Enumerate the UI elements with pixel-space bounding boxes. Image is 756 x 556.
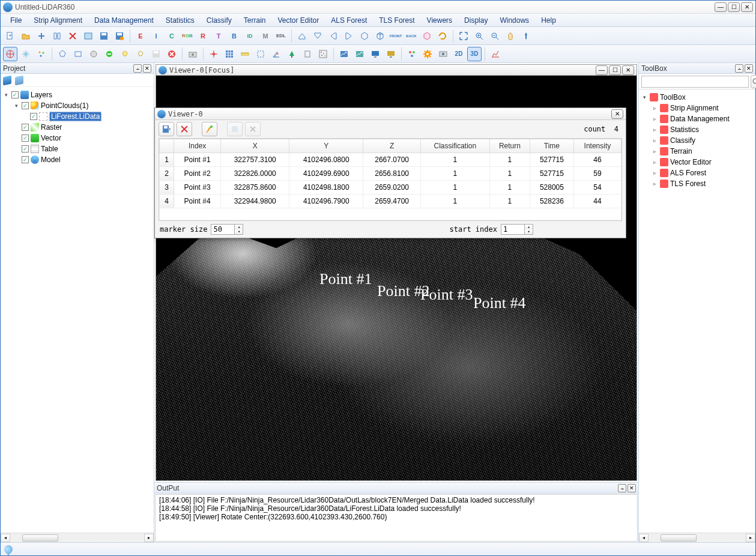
- menu-statistics[interactable]: Statistics: [160, 14, 201, 26]
- table-row[interactable]: 1Point #1322757.31004102496.08002667.070…: [160, 153, 621, 167]
- clear-button[interactable]: [81, 29, 95, 43]
- delete-button[interactable]: [65, 29, 80, 43]
- menu-windows[interactable]: Windows: [494, 14, 535, 26]
- viewer-close-button[interactable]: ✕: [622, 65, 634, 75]
- display-r-button[interactable]: R: [196, 29, 210, 43]
- col-return[interactable]: Return: [489, 139, 530, 153]
- toolbox-item[interactable]: ▹ALS Forest: [641, 168, 753, 178]
- project-hscroll[interactable]: ◂▸: [1, 533, 154, 542]
- display-c-button[interactable]: C: [165, 29, 179, 43]
- menu-classify[interactable]: Classify: [201, 14, 238, 26]
- snowflake-tool-button[interactable]: [19, 47, 33, 61]
- menu-tls-forest[interactable]: TLS Forest: [373, 14, 420, 26]
- menu-file[interactable]: File: [4, 14, 28, 26]
- density-button[interactable]: [316, 47, 330, 61]
- profile-button[interactable]: [337, 47, 351, 61]
- toolbox-close-button[interactable]: ✕: [745, 64, 753, 73]
- dialog-save-button[interactable]: [159, 122, 174, 136]
- output-pin-button[interactable]: ⫠: [618, 484, 626, 492]
- menu-als-forest[interactable]: ALS Forest: [325, 14, 373, 26]
- project-close-button[interactable]: ✕: [143, 64, 151, 73]
- col-x[interactable]: X: [221, 139, 289, 153]
- display-i-button[interactable]: I: [149, 29, 163, 43]
- subtract-tool-button[interactable]: [102, 47, 116, 61]
- area-button[interactable]: [253, 47, 268, 61]
- col-intensity[interactable]: Intensity: [573, 139, 621, 153]
- col-classification[interactable]: Classification: [420, 139, 489, 153]
- fit-extents-button[interactable]: [456, 29, 471, 43]
- dialog-pick-button[interactable]: [202, 122, 217, 136]
- zoom-out-button[interactable]: [488, 29, 502, 43]
- toolbox-item[interactable]: ▹Classify: [641, 135, 753, 146]
- start-index-spinner[interactable]: ▴▾: [501, 224, 533, 235]
- toolbox-item[interactable]: ▹Terrain: [641, 146, 753, 157]
- toolbox-item[interactable]: ▹Data Management: [641, 113, 753, 124]
- view-bottom-button[interactable]: [310, 29, 325, 43]
- tree-pointclouds[interactable]: ▾✓PointClouds(1): [3, 100, 151, 111]
- col-y[interactable]: Y: [289, 139, 363, 153]
- menu-data-management[interactable]: Data Management: [88, 14, 160, 26]
- layer-stack2-icon[interactable]: [15, 75, 23, 85]
- col-index[interactable]: Index: [174, 139, 221, 153]
- display-e-button[interactable]: E: [133, 29, 148, 43]
- toolbox-search-input[interactable]: [641, 76, 749, 88]
- table-row[interactable]: 2Point #2322826.00004102499.69002656.810…: [160, 167, 621, 181]
- menu-vector-editor[interactable]: Vector Editor: [272, 14, 325, 26]
- display-id-button[interactable]: ID: [243, 29, 257, 43]
- save-cut-button[interactable]: [149, 47, 163, 61]
- view-reset-button[interactable]: [420, 29, 434, 43]
- display-b-button[interactable]: B: [227, 29, 241, 43]
- display-edl-button[interactable]: EDL: [274, 29, 288, 43]
- minimize-button[interactable]: —: [715, 2, 727, 12]
- ruler-button[interactable]: [238, 47, 252, 61]
- menu-viewers[interactable]: Viewers: [421, 14, 458, 26]
- view-top-button[interactable]: [295, 29, 309, 43]
- output-log[interactable]: [18:44:06] [IO] File F:/Ninja/Ninja_Reso…: [155, 494, 638, 542]
- cluster-button[interactable]: [405, 47, 419, 61]
- render-button[interactable]: [436, 47, 450, 61]
- menu-terrain[interactable]: Terrain: [238, 14, 272, 26]
- rect-tool-button[interactable]: [71, 47, 85, 61]
- viewer-minimize-button[interactable]: —: [596, 65, 608, 75]
- display-t-button[interactable]: T: [211, 29, 226, 43]
- view-back-button[interactable]: BACK: [404, 29, 419, 43]
- angle-button[interactable]: α: [269, 47, 283, 61]
- dialog-close-button[interactable]: ✕: [611, 109, 623, 119]
- toolbox-hscroll[interactable]: ◂▸: [639, 533, 755, 542]
- marker-size-spinner[interactable]: ▴▾: [211, 224, 243, 235]
- view-3d-button[interactable]: 3D: [467, 47, 482, 61]
- output-close-button[interactable]: ✕: [627, 484, 636, 492]
- toolbox-item[interactable]: ▹Vector Editor: [641, 157, 753, 168]
- table-row[interactable]: 4Point #4322944.98004102496.79002659.470…: [160, 195, 621, 208]
- tree-raster[interactable]: ✓Raster: [3, 122, 151, 133]
- scatter-tool-button[interactable]: [34, 47, 49, 61]
- view-right-button[interactable]: [342, 29, 356, 43]
- save-button[interactable]: [97, 29, 111, 43]
- cancel-cut-button[interactable]: [165, 47, 179, 61]
- polygon-tool-button[interactable]: [55, 47, 70, 61]
- monitor-play-button[interactable]: [384, 47, 398, 61]
- new-button[interactable]: [3, 29, 17, 43]
- tree-model[interactable]: ✓Model: [3, 154, 151, 165]
- tree-layers[interactable]: ▾✓Layers: [3, 89, 151, 100]
- view-iso2-button[interactable]: [373, 29, 387, 43]
- col-z[interactable]: Z: [363, 139, 421, 153]
- sphere-tool-button[interactable]: [86, 47, 101, 61]
- monitor-button[interactable]: [368, 47, 383, 61]
- toolbox-item[interactable]: ▹Strip Alignment: [641, 103, 753, 113]
- tree-button[interactable]: [285, 47, 299, 61]
- dialog-edit-button[interactable]: [227, 122, 243, 136]
- table-row[interactable]: 3Point #3322875.86004102498.18002659.020…: [160, 181, 621, 195]
- view-front-button[interactable]: FRONT: [389, 29, 403, 43]
- view-left-button[interactable]: [326, 29, 340, 43]
- add-merge-button[interactable]: [50, 29, 64, 43]
- camera-button[interactable]: [186, 47, 200, 61]
- toolbox-item[interactable]: ▹Statistics: [641, 124, 753, 135]
- menu-display[interactable]: Display: [458, 14, 494, 26]
- out-select-button[interactable]: [133, 47, 148, 61]
- menu-help[interactable]: Help: [535, 14, 562, 26]
- tree-lidata[interactable]: ✓LiForest.LiData: [3, 111, 151, 122]
- view-iso1-button[interactable]: [357, 29, 372, 43]
- dialog-delete-button[interactable]: [177, 122, 192, 136]
- save-as-button[interactable]: [112, 29, 127, 43]
